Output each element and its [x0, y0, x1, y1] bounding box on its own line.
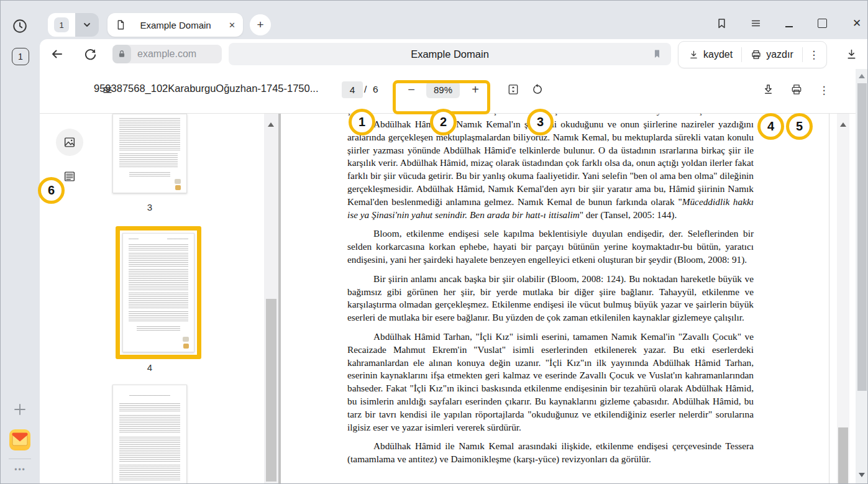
- pdf-page-edge: [829, 114, 829, 484]
- pdf-overflow-icon[interactable]: ⋮: [816, 82, 831, 98]
- tab-example-domain[interactable]: Example Domain ✕: [107, 13, 243, 37]
- fit-to-page-icon[interactable]: [504, 80, 523, 99]
- reload-button[interactable]: [82, 46, 98, 62]
- save-button[interactable]: kaydet: [683, 49, 738, 60]
- rail-divider: [9, 459, 31, 459]
- pdf-actions-pill: kaydet yazdır ⋮: [678, 41, 827, 68]
- pdf-body: 3 4: [40, 114, 868, 484]
- save-label: kaydet: [703, 49, 733, 60]
- rail-more-menu[interactable]: •••: [1, 465, 40, 477]
- address-bar[interactable]: example.com: [112, 45, 222, 63]
- chevron-down-icon: [82, 20, 92, 30]
- page-total: 6: [373, 84, 378, 95]
- browser-content: example.com Example Domain kaydet: [40, 39, 868, 484]
- page-divider: /: [364, 84, 367, 95]
- mail-app-icon[interactable]: [9, 429, 30, 450]
- pdf-scrollbar-thumb[interactable]: [838, 427, 848, 484]
- paragraph-2: Bloom, etkilenme endişesi sele kapılma b…: [347, 227, 754, 266]
- workspace-button[interactable]: 1: [48, 13, 75, 37]
- page-title: Example Domain: [229, 48, 671, 60]
- scroll-up-icon[interactable]: [268, 122, 274, 127]
- document-icon: [115, 19, 126, 30]
- pdf-page-text: şiirleri üzerinde durmadan önce iki şair…: [347, 114, 754, 472]
- thumbnail-scrollbar[interactable]: [264, 114, 278, 484]
- clipped-text-line: şiirleri üzerinde durmadan önce iki şair…: [347, 114, 754, 118]
- new-tab-button[interactable]: +: [250, 14, 271, 35]
- thumbnail-page-4[interactable]: [122, 233, 194, 352]
- maximize-button[interactable]: [814, 15, 830, 31]
- print-label: yazdır: [766, 49, 793, 60]
- download-icon: [688, 50, 699, 60]
- pdf-filename: 959387568_102KaraburguOğuzhan-1745-1750.…: [94, 83, 318, 94]
- close-button[interactable]: ✕: [849, 15, 865, 31]
- actions-overflow-icon[interactable]: ⋮: [806, 48, 821, 62]
- outline-list-icon: [63, 170, 76, 183]
- bookmark-icon[interactable]: [652, 48, 662, 60]
- workspace-label: 1: [54, 17, 69, 32]
- window-scrollbar[interactable]: [856, 69, 868, 484]
- side-rail: 1 •••: [1, 1, 40, 484]
- url-text: example.com: [131, 48, 196, 60]
- paragraph-4: Abdülhak Hâmid Tarhan, "İçli Kız" isimli…: [347, 331, 754, 434]
- window-scrollbar-thumb[interactable]: [857, 83, 867, 391]
- browser-menu-icon[interactable]: [747, 15, 764, 31]
- panel-divider: [278, 114, 281, 484]
- pdf-download-icon[interactable]: [759, 80, 777, 99]
- rail-add-icon[interactable]: [10, 400, 30, 419]
- scroll-down-icon[interactable]: [859, 473, 865, 477]
- history-icon[interactable]: [10, 16, 30, 36]
- paragraph-3: Bir şiirin anlamı ancak başka bir şiir o…: [347, 273, 754, 324]
- workspace-chip: 1: [48, 13, 99, 37]
- navigation-toolbar: example.com Example Domain kaydet: [40, 39, 868, 69]
- pdf-scrollbar[interactable]: [837, 114, 849, 484]
- divider: [802, 47, 803, 62]
- thumbnail-scrollbar-thumb[interactable]: [266, 299, 276, 482]
- scroll-up-icon[interactable]: [859, 74, 865, 78]
- pdf-toolbar: 959387568_102KaraburguOğuzhan-1745-1750.…: [40, 69, 856, 114]
- browser-window: 1 ••• 1 Example Domain ✕: [0, 0, 868, 484]
- thumbnail-page-5[interactable]: [112, 385, 187, 484]
- maximize-icon: [818, 19, 827, 28]
- tab-strip: 1 Example Domain ✕ + ✕: [40, 1, 868, 39]
- back-button[interactable]: [48, 46, 65, 62]
- downloads-icon[interactable]: [843, 46, 859, 62]
- lock-icon[interactable]: [112, 45, 131, 63]
- image-icon: [63, 135, 76, 149]
- page-title-bar[interactable]: Example Domain: [229, 43, 671, 65]
- paragraph-1: Abdülhak Hâmid'in, Namık Kemal'ın şiirle…: [347, 118, 754, 221]
- workspace-chevron-button[interactable]: [75, 13, 99, 37]
- page-number-input[interactable]: 4: [342, 81, 363, 98]
- rotate-icon[interactable]: [528, 80, 547, 99]
- rail-tab-counter[interactable]: 1: [12, 48, 29, 65]
- tab-close-icon[interactable]: ✕: [225, 21, 235, 30]
- outline-panel-button[interactable]: [63, 170, 76, 183]
- thumbnails-panel-button[interactable]: [56, 129, 83, 156]
- divider: [741, 47, 742, 62]
- printer-icon: [751, 49, 762, 60]
- thumbnail-page-3[interactable]: [112, 114, 187, 193]
- minimize-button[interactable]: [781, 15, 797, 31]
- scroll-up-icon[interactable]: [840, 122, 846, 127]
- thumbnail-label-4: 4: [112, 362, 187, 373]
- minimize-icon: [785, 26, 793, 27]
- pdf-print-icon[interactable]: [787, 80, 806, 99]
- zoom-out-button[interactable]: −: [403, 81, 419, 98]
- zoom-in-button[interactable]: +: [467, 81, 483, 98]
- thumbnail-label-3: 3: [112, 202, 187, 212]
- tab-title: Example Domain: [126, 20, 225, 30]
- print-button[interactable]: yazdır: [746, 49, 798, 60]
- paragraph-5: Abdülhak Hâmid ile Namık Kemal arasındak…: [347, 440, 754, 466]
- bookmarks-panel-icon[interactable]: [713, 15, 729, 31]
- zoom-level: 89%: [426, 81, 460, 98]
